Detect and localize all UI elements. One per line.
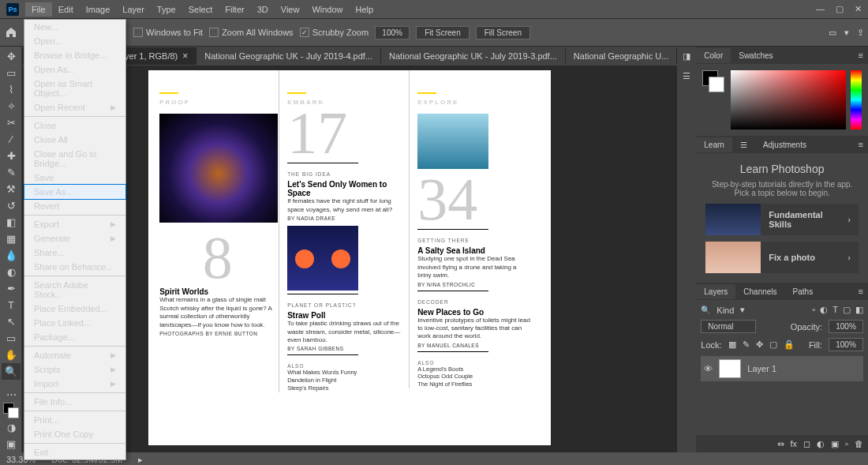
panel-menu-icon[interactable]: ≡ <box>859 51 868 60</box>
menu-image[interactable]: Image <box>80 2 117 17</box>
group-icon[interactable]: ▣ <box>831 439 839 449</box>
status-arrow-icon[interactable]: ▸ <box>138 455 143 465</box>
menu-item-close-and-go-to-bridge[interactable]: Close and Go to Bridge... <box>24 147 125 171</box>
workspace-icon[interactable]: ▾ <box>844 28 849 38</box>
color-picker-gradient[interactable] <box>731 70 846 129</box>
learn-tab[interactable]: Learn <box>696 137 732 152</box>
brush-tool-icon[interactable]: ✎ <box>2 164 21 181</box>
scrubby-zoom-checkbox[interactable]: Scrubby Zoom <box>300 28 369 37</box>
filter-adjust-icon[interactable]: ◐ <box>820 305 828 315</box>
quick-mask-icon[interactable]: ◑ <box>2 419 21 436</box>
lock-artboard-icon[interactable]: ▢ <box>769 339 777 350</box>
history-panel-icon[interactable]: ◨ <box>683 51 690 62</box>
zoom-all-checkbox[interactable]: Zoom All Windows <box>209 28 293 37</box>
libraries-tab-icon[interactable]: ☰ <box>732 137 755 152</box>
fill-input[interactable]: 100% <box>829 338 863 351</box>
fit-screen-button[interactable]: Fit Screen <box>416 26 470 39</box>
menu-item-place-embedded[interactable]: Place Embedded... <box>24 302 125 316</box>
panel-menu-icon[interactable]: ≡ <box>859 140 868 149</box>
learn-card-fix[interactable]: Fix a photo › <box>705 242 859 273</box>
properties-panel-icon[interactable]: ☰ <box>683 71 690 81</box>
share-icon[interactable]: ⇪ <box>857 28 864 38</box>
menu-item-close-all[interactable]: Close All <box>24 133 125 147</box>
visibility-eye-icon[interactable]: 👁 <box>704 364 713 373</box>
new-layer-icon[interactable]: ▫ <box>845 439 848 448</box>
minimize-icon[interactable]: — <box>816 4 825 14</box>
magic-wand-tool-icon[interactable]: ✧ <box>2 98 21 114</box>
type-tool-icon[interactable]: T <box>2 297 21 313</box>
foreground-bg-swatch[interactable] <box>2 403 21 419</box>
document-tab[interactable]: National Geographic U... <box>566 48 677 64</box>
screen-mode-icon[interactable]: ▣ <box>2 436 21 452</box>
blur-tool-icon[interactable]: 💧 <box>2 247 21 264</box>
lock-position-icon[interactable]: ✥ <box>756 339 763 350</box>
menu-help[interactable]: Help <box>350 2 380 17</box>
menu-type[interactable]: Type <box>151 2 182 17</box>
zoom-tool-icon[interactable]: 🔍 <box>2 363 21 380</box>
menu-item-new[interactable]: New... <box>24 20 125 34</box>
document-tab[interactable]: National Geographic UK - July 2019-4.pdf… <box>196 48 381 64</box>
zoom-percent-input[interactable]: 100% <box>375 26 410 39</box>
menu-item-import[interactable]: Import▶ <box>24 377 125 391</box>
document-tab[interactable]: National Geographic UK - July 2019-3.pdf… <box>381 48 566 64</box>
hue-slider[interactable] <box>851 70 862 129</box>
layer-mask-icon[interactable]: ◻ <box>803 439 810 449</box>
menu-view[interactable]: View <box>275 2 306 17</box>
close-window-icon[interactable]: ✕ <box>855 4 862 14</box>
menu-layer[interactable]: Layer <box>116 2 151 17</box>
menu-item-place-linked[interactable]: Place Linked... <box>24 316 125 330</box>
healing-tool-icon[interactable]: ✚ <box>2 148 21 164</box>
adjustments-tab[interactable]: Adjustments <box>755 137 814 152</box>
document-canvas[interactable]: PROOF 8 Spirit Worlds What remains in a … <box>148 70 551 445</box>
maximize-icon[interactable]: ▢ <box>836 4 844 14</box>
menu-item-share-on-behance[interactable]: Share on Behance... <box>24 260 125 274</box>
menu-item-open-recent[interactable]: Open Recent▶ <box>24 100 125 114</box>
lock-pixels-icon[interactable]: ✎ <box>743 339 750 350</box>
stamp-tool-icon[interactable]: ⚒ <box>2 181 21 197</box>
adjustment-layer-icon[interactable]: ◐ <box>817 439 825 449</box>
close-tab-icon[interactable]: × <box>182 51 188 62</box>
layer-row[interactable]: 👁 Layer 1 <box>701 356 863 381</box>
move-tool-icon[interactable]: ✥ <box>2 48 21 65</box>
menu-window[interactable]: Window <box>305 2 349 17</box>
menu-edit[interactable]: Edit <box>52 2 80 17</box>
fill-screen-button[interactable]: Fill Screen <box>476 26 530 39</box>
edit-toolbar-icon[interactable]: ⋯ <box>2 386 21 403</box>
shape-tool-icon[interactable]: ▭ <box>2 330 21 347</box>
menu-file[interactable]: File <box>25 2 52 17</box>
menu-item-open-as[interactable]: Open As... <box>24 62 125 77</box>
menu-item-save[interactable]: Save <box>24 171 125 185</box>
menu-item-file-info[interactable]: File Info... <box>24 395 125 409</box>
foreground-color-swatch[interactable] <box>702 70 726 92</box>
menu-select[interactable]: Select <box>182 2 219 17</box>
history-brush-tool-icon[interactable]: ↺ <box>2 197 21 214</box>
menu-item-search-adobe-stock[interactable]: Search Adobe Stock... <box>24 278 125 302</box>
opacity-input[interactable]: 100% <box>829 320 863 333</box>
dodge-tool-icon[interactable]: ◐ <box>2 264 21 280</box>
paths-tab[interactable]: Paths <box>785 284 821 299</box>
menu-item-generate[interactable]: Generate▶ <box>24 231 125 246</box>
pen-tool-icon[interactable]: ✒ <box>2 280 21 297</box>
layer-style-icon[interactable]: fx <box>791 439 798 448</box>
delete-layer-icon[interactable]: 🗑 <box>855 439 863 448</box>
filter-smart-icon[interactable]: ◧ <box>855 305 863 315</box>
menu-item-automate[interactable]: Automate▶ <box>24 348 125 362</box>
resize-windows-checkbox[interactable]: Windows to Fit <box>133 28 203 37</box>
menu-item-print-one-copy[interactable]: Print One Copy <box>24 427 125 441</box>
blend-mode-dropdown[interactable]: Normal <box>701 320 756 333</box>
menu-item-browse-in-bridge[interactable]: Browse in Bridge... <box>24 48 125 62</box>
swatches-tab[interactable]: Swatches <box>731 48 780 63</box>
learn-card-fundamental[interactable]: Fundamental Skills › <box>705 204 859 235</box>
path-tool-icon[interactable]: ↖ <box>2 313 21 330</box>
menu-3d[interactable]: 3D <box>251 2 275 17</box>
menu-item-open[interactable]: Open... <box>24 34 125 48</box>
lasso-tool-icon[interactable]: ⌇ <box>2 81 21 98</box>
panel-menu-icon[interactable]: ≡ <box>859 287 868 296</box>
gradient-tool-icon[interactable]: ▦ <box>2 231 21 247</box>
menu-item-scripts[interactable]: Scripts▶ <box>24 362 125 377</box>
link-layers-icon[interactable]: ⇔ <box>777 439 784 449</box>
menu-item-print[interactable]: Print... <box>24 413 125 427</box>
home-icon[interactable] <box>4 25 18 39</box>
filter-shape-icon[interactable]: ▢ <box>843 305 851 315</box>
eyedropper-tool-icon[interactable]: ⁄ <box>2 131 21 148</box>
